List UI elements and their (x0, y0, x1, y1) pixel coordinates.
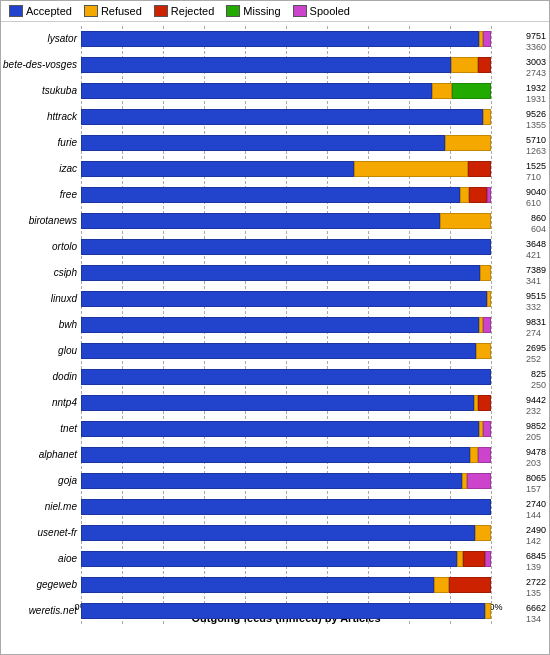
legend-label: Refused (101, 5, 142, 17)
bars-rows: 9751336030032743193219319526135557101263… (81, 26, 491, 624)
bar-segment-accepted (81, 135, 445, 151)
y-axis-labels: lysatorbete-des-vosgestsukubahttrackfuri… (1, 26, 81, 624)
bar-value-label: 8065157 (526, 473, 546, 495)
bar-value-label: 57101263 (526, 135, 546, 157)
bar-segment-accepted (81, 577, 434, 593)
bar-segment-accepted (81, 109, 483, 125)
y-label-csiph: csiph (1, 268, 77, 278)
bar-segment-accepted (81, 291, 487, 307)
bar-segment-spooled (483, 31, 491, 47)
bar-segment-refused (480, 265, 491, 281)
bar-value-label: 2490142 (526, 525, 546, 547)
bar-segment-accepted (81, 447, 470, 463)
bar-value-label: 2722135 (526, 577, 546, 599)
bar-segment-accepted (81, 473, 462, 489)
bar-segment-accepted (81, 31, 479, 47)
bar-segment-spooled (487, 187, 491, 203)
bar-row-aioe: 6845139 (81, 551, 491, 567)
bar-value-label: 860604 (531, 213, 546, 235)
bar-segment-accepted (81, 395, 474, 411)
bar-value-label: 9040610 (526, 187, 546, 209)
bar-value-label: 3648421 (526, 239, 546, 261)
y-label-bwh: bwh (1, 320, 77, 330)
bar-value-label: 9478203 (526, 447, 546, 469)
bar-segment-refused (434, 577, 448, 593)
bar-row-linuxd: 9515332 (81, 291, 491, 307)
y-label-izac: izac (1, 164, 77, 174)
bar-segment-refused (460, 187, 469, 203)
legend: Accepted Refused Rejected Missing Spoole… (1, 1, 549, 22)
y-label-aioe: aioe (1, 554, 77, 564)
bar-value-label: 95261355 (526, 109, 546, 131)
legend-label: Missing (243, 5, 280, 17)
bar-value-label: 2740144 (526, 499, 546, 521)
bar-segment-refused (354, 161, 468, 177)
bar-row-niel.me: 2740144 (81, 499, 491, 515)
y-label-gegeweb: gegeweb (1, 580, 77, 590)
y-label-ortolo: ortolo (1, 242, 77, 252)
bar-value-label: 97513360 (526, 31, 546, 53)
bar-row-ortolo: 3648421 (81, 239, 491, 255)
bars-wrapper: 9751336030032743193219319526135557101263… (81, 26, 491, 624)
legend-item-spooled: Spooled (293, 5, 350, 17)
bar-segment-rejected (478, 57, 491, 73)
bar-segment-refused (476, 343, 491, 359)
bar-row-bete-des-vosges: 30032743 (81, 57, 491, 73)
bar-segment-refused (470, 447, 478, 463)
bar-segment-refused (432, 83, 452, 99)
bar-segment-accepted (81, 187, 460, 203)
bar-value-label: 19321931 (526, 83, 546, 105)
bar-segment-refused (485, 603, 491, 619)
y-label-usenet-fr: usenet-fr (1, 528, 77, 538)
legend-label: Spooled (310, 5, 350, 17)
y-label-weretis.net: weretis.net (1, 606, 77, 616)
bar-segment-accepted (81, 603, 485, 619)
bar-segment-refused (487, 291, 491, 307)
bar-value-label: 6662134 (526, 603, 546, 625)
legend-item-refused: Refused (84, 5, 142, 17)
bar-row-izac: 1525710 (81, 161, 491, 177)
bar-segment-accepted (81, 551, 457, 567)
y-label-goja: goja (1, 476, 77, 486)
bar-value-label: 9515332 (526, 291, 546, 313)
bar-value-label: 9852205 (526, 421, 546, 443)
legend-item-accepted: Accepted (9, 5, 72, 17)
bar-value-label: 825250 (531, 369, 546, 391)
y-label-glou: glou (1, 346, 77, 356)
y-label-furie: furie (1, 138, 77, 148)
bar-segment-accepted (81, 83, 432, 99)
bar-row-weretis.net: 6662134 (81, 603, 491, 619)
bar-row-bwh: 9831274 (81, 317, 491, 333)
bar-row-free: 9040610 (81, 187, 491, 203)
bar-segment-refused (445, 135, 491, 151)
bar-segment-spooled (478, 447, 491, 463)
y-label-lysator: lysator (1, 34, 77, 44)
y-label-alphanet: alphanet (1, 450, 77, 460)
bar-segment-spooled (483, 317, 491, 333)
bar-row-furie: 57101263 (81, 135, 491, 151)
bar-segment-refused (451, 57, 477, 73)
chart-container: Accepted Refused Rejected Missing Spoole… (0, 0, 550, 655)
bar-value-label: 1525710 (526, 161, 546, 183)
bar-segment-rejected (478, 395, 491, 411)
chart-area: lysatorbete-des-vosgestsukubahttrackfuri… (1, 22, 549, 654)
bar-segment-accepted (81, 317, 479, 333)
bar-row-alphanet: 9478203 (81, 447, 491, 463)
bar-row-dodin: 825250 (81, 369, 491, 385)
bar-segment-spooled (467, 473, 491, 489)
legend-color (9, 5, 23, 17)
legend-color (226, 5, 240, 17)
bar-value-label: 9442232 (526, 395, 546, 417)
bar-segment-missing (452, 83, 491, 99)
bar-value-label: 2695252 (526, 343, 546, 365)
y-label-bete-des-vosges: bete-des-vosges (1, 60, 77, 70)
bar-segment-refused (483, 109, 491, 125)
bar-segment-accepted (81, 265, 480, 281)
bar-segment-accepted (81, 421, 479, 437)
bar-row-glou: 2695252 (81, 343, 491, 359)
y-label-tnet: tnet (1, 424, 77, 434)
y-label-niel.me: niel.me (1, 502, 77, 512)
y-label-linuxd: linuxd (1, 294, 77, 304)
legend-color (293, 5, 307, 17)
bar-segment-rejected (469, 187, 486, 203)
